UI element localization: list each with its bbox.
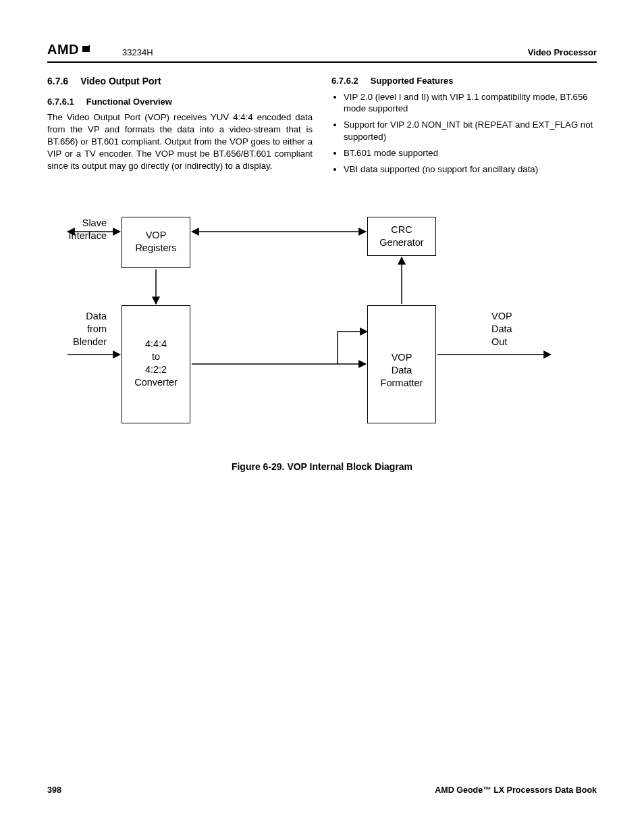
left-column: 6.7.6Video Output Port 6.7.6.1Functional… (47, 75, 313, 179)
right-column: 6.7.6.2Supported Features VIP 2.0 (level… (331, 75, 597, 179)
chapter-title: Video Processor (528, 47, 597, 57)
block-diagram: VOPRegisters CRCGenerator 4:4:4to4:2:2Co… (47, 217, 597, 440)
subsection-number: 6.7.6.2 (331, 76, 358, 86)
list-item: VBI data supported (no support for ancil… (344, 163, 597, 176)
page-footer: 398 AMD Geode™ LX Processors Data Book (47, 785, 597, 795)
content-columns: 6.7.6Video Output Port 6.7.6.1Functional… (47, 75, 597, 179)
logo-text: AMD (47, 42, 79, 57)
list-item: VIP 2.0 (level I and II) with VIP 1.1 co… (344, 91, 597, 115)
list-item: BT.601 mode supported (344, 147, 597, 159)
section-heading: 6.7.6Video Output Port (47, 75, 313, 88)
page-number: 398 (47, 785, 61, 795)
paragraph: The Video Output Port (VOP) receives YUV… (47, 111, 313, 172)
subsection-heading: 6.7.6.2Supported Features (331, 75, 597, 87)
diagram-arrows (47, 217, 597, 440)
logo-arrow-icon (80, 42, 92, 57)
page: AMD 33234H Video Processor 6.7.6Video Ou… (0, 0, 644, 834)
subsection-heading: 6.7.6.1Functional Overview (47, 96, 313, 108)
list-item: Support for VIP 2.0 NON_INT bit (REPEAT … (344, 119, 597, 143)
subsection-title: Functional Overview (86, 97, 172, 107)
section-title: Video Output Port (80, 76, 161, 86)
book-title: AMD Geode™ LX Processors Data Book (435, 785, 597, 795)
header-left: AMD 33234H (47, 42, 153, 57)
amd-logo: AMD (47, 42, 92, 57)
section-number: 6.7.6 (47, 76, 68, 86)
doc-number: 33234H (122, 47, 153, 57)
feature-list: VIP 2.0 (level I and II) with VIP 1.1 co… (331, 91, 597, 176)
subsection-number: 6.7.6.1 (47, 97, 74, 107)
subsection-title: Supported Features (371, 76, 454, 86)
figure-caption: Figure 6-29. VOP Internal Block Diagram (47, 461, 597, 472)
page-header: AMD 33234H Video Processor (47, 42, 597, 63)
